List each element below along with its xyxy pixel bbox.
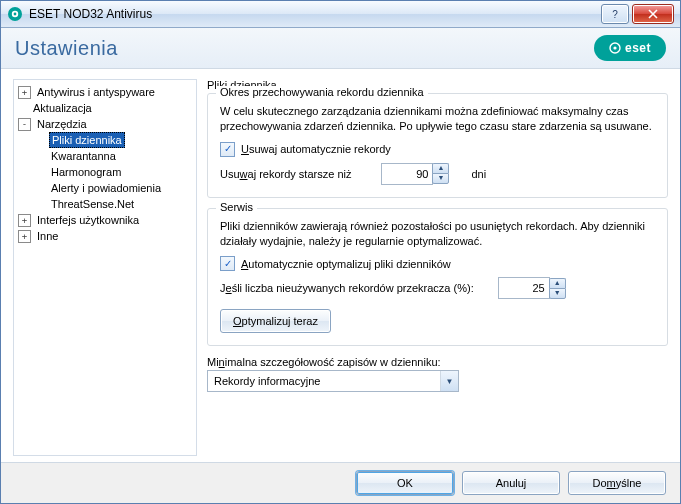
service-description: Pliki dzienników zawierają również pozos…: [220, 219, 655, 249]
page-heading: Ustawienia: [15, 37, 118, 60]
banner: Ustawienia eset: [1, 28, 680, 69]
days-row: Usuwaj rekordy starsze niż ▲▼ dni: [220, 163, 655, 185]
window-title: ESET NOD32 Antivirus: [29, 7, 601, 21]
percent-input[interactable]: [498, 277, 550, 299]
default-button[interactable]: Domyślne: [568, 471, 666, 495]
dropdown-selected: Rekordy informacyjne: [208, 375, 440, 387]
optimize-now-row: Optymalizuj teraz: [220, 309, 655, 333]
tree-item[interactable]: +Interfejs użytkownika: [16, 212, 194, 228]
group-legend: Okres przechowywania rekordu dziennika: [216, 86, 428, 98]
tree-item[interactable]: Alerty i powiadomienia: [16, 180, 194, 196]
detail-level-section: Minimalna szczegółowość zapisów w dzienn…: [207, 356, 668, 392]
main-panel: Pliki dziennika Okres przechowywania rek…: [207, 79, 668, 456]
collapse-icon[interactable]: -: [18, 118, 31, 131]
auto-optimize-row: ✓ Automatycznie optymalizuj pliki dzienn…: [220, 256, 655, 271]
app-icon: [7, 6, 23, 22]
tree-item-label: Alerty i powiadomienia: [49, 180, 163, 196]
percent-row: Jeśli liczba nieużywanych rekordów przek…: [220, 277, 655, 299]
tree-item-label: Inne: [35, 228, 60, 244]
eset-logo: eset: [594, 35, 666, 61]
tree-item[interactable]: +Antywirus i antyspyware: [16, 84, 194, 100]
tree-item[interactable]: +Inne: [16, 228, 194, 244]
tree-item-label: Narzędzia: [35, 116, 89, 132]
app-window: ESET NOD32 Antivirus ? Ustawienia eset +…: [0, 0, 681, 504]
detail-level-label: Minimalna szczegółowość zapisów w dzienn…: [207, 356, 441, 368]
tree-item-label: Antywirus i antyspyware: [35, 84, 157, 100]
tree-item[interactable]: Aktualizacja: [16, 100, 194, 116]
svg-point-4: [613, 46, 616, 49]
spin-down-icon[interactable]: ▼: [549, 288, 566, 299]
body: +Antywirus i antyspywareAktualizacja-Nar…: [1, 69, 680, 462]
tree-item-label: Kwarantanna: [49, 148, 118, 164]
chevron-down-icon[interactable]: ▼: [440, 371, 458, 391]
spin-down-icon[interactable]: ▼: [432, 173, 449, 184]
tree-item[interactable]: Pliki dziennika: [16, 132, 194, 148]
tree-item[interactable]: Harmonogram: [16, 164, 194, 180]
auto-delete-row: ✓ Usuwaj automatycznie rekordy: [220, 142, 655, 157]
spin-up-icon[interactable]: ▲: [549, 278, 566, 288]
auto-delete-checkbox[interactable]: ✓: [220, 142, 235, 157]
retention-description: W celu skutecznego zarządzania dziennika…: [220, 104, 655, 134]
expand-icon[interactable]: +: [18, 230, 31, 243]
svg-point-2: [14, 13, 17, 16]
auto-optimize-label[interactable]: Automatycznie optymalizuj pliki dziennik…: [241, 258, 451, 270]
group-legend: Serwis: [216, 201, 257, 213]
days-spinner[interactable]: ▲▼: [381, 163, 449, 185]
optimize-now-button[interactable]: Optymalizuj teraz: [220, 309, 331, 333]
expand-icon[interactable]: +: [18, 214, 31, 227]
days-label: Usuwaj rekordy starsze niż: [220, 168, 351, 180]
percent-spin-buttons[interactable]: ▲▼: [549, 278, 566, 299]
percent-label: Jeśli liczba nieużywanych rekordów przek…: [220, 282, 474, 294]
window-buttons: ?: [601, 4, 680, 24]
groupbox-service: Serwis Pliki dzienników zawierają równie…: [207, 208, 668, 347]
groupbox-retention: Okres przechowywania rekordu dziennika W…: [207, 93, 668, 198]
footer: OK Anuluj Domyślne: [1, 462, 680, 503]
ok-button[interactable]: OK: [356, 471, 454, 495]
tree-item-label: Aktualizacja: [31, 100, 94, 116]
tree-item-label: Pliki dziennika: [49, 132, 125, 148]
percent-spinner[interactable]: ▲▼: [498, 277, 566, 299]
close-button[interactable]: [632, 4, 674, 24]
cancel-button[interactable]: Anuluj: [462, 471, 560, 495]
titlebar: ESET NOD32 Antivirus ?: [1, 1, 680, 28]
tree-item-label: ThreatSense.Net: [49, 196, 136, 212]
nav-tree[interactable]: +Antywirus i antyspywareAktualizacja-Nar…: [13, 79, 197, 456]
tree-item[interactable]: Kwarantanna: [16, 148, 194, 164]
help-button[interactable]: ?: [601, 4, 629, 24]
detail-level-dropdown[interactable]: Rekordy informacyjne ▼: [207, 370, 459, 392]
auto-optimize-checkbox[interactable]: ✓: [220, 256, 235, 271]
spin-up-icon[interactable]: ▲: [432, 163, 449, 173]
auto-delete-label[interactable]: Usuwaj automatycznie rekordy: [241, 143, 391, 155]
tree-item-label: Interfejs użytkownika: [35, 212, 141, 228]
days-input[interactable]: [381, 163, 433, 185]
expand-icon[interactable]: +: [18, 86, 31, 99]
tree-item-label: Harmonogram: [49, 164, 123, 180]
days-spin-buttons[interactable]: ▲▼: [432, 163, 449, 184]
tree-item[interactable]: ThreatSense.Net: [16, 196, 194, 212]
tree-item[interactable]: -Narzędzia: [16, 116, 194, 132]
days-unit: dni: [471, 168, 486, 180]
